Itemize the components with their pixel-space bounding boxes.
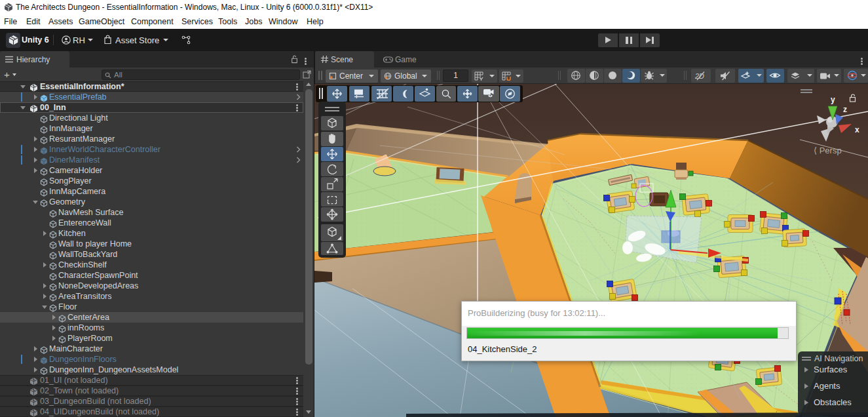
svg-text:x: x (855, 125, 859, 134)
svg-text:z: z (843, 105, 847, 114)
svg-text:y: y (831, 95, 835, 104)
